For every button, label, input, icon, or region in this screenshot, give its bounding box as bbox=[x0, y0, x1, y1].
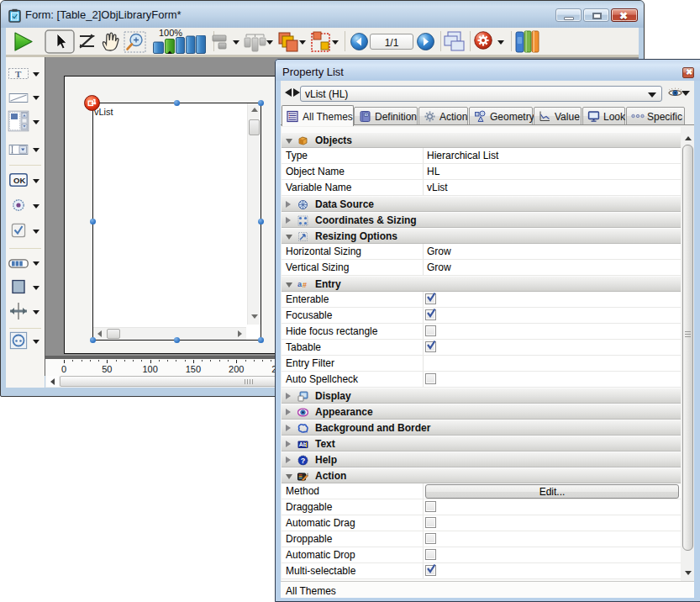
svg-text:#: # bbox=[303, 281, 307, 289]
svg-text:?: ? bbox=[301, 457, 306, 465]
svg-text:OK: OK bbox=[13, 176, 25, 185]
svg-text:T: T bbox=[15, 69, 22, 79]
svg-text:Ab: Ab bbox=[299, 441, 307, 447]
